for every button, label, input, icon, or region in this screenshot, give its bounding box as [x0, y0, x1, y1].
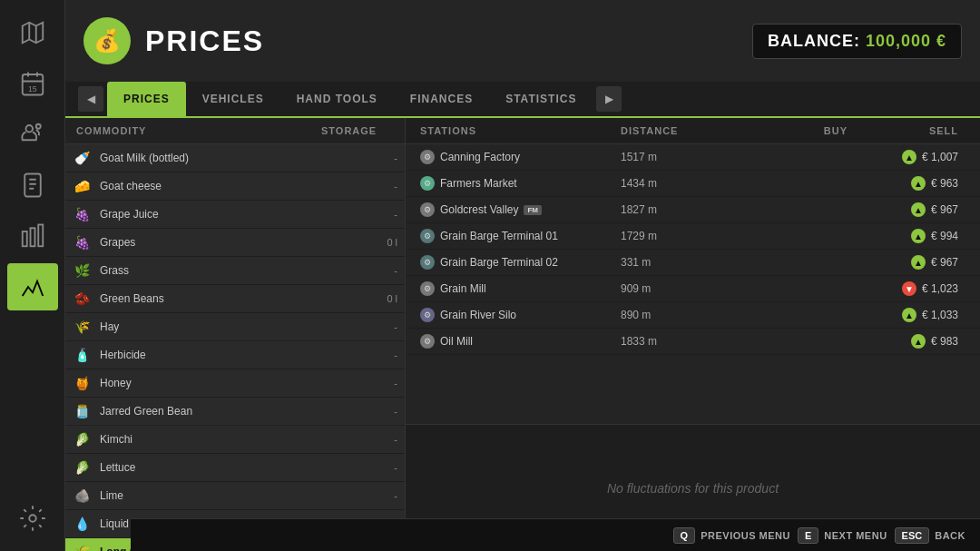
stations-list[interactable]: ⚙ Canning Factory 1517 m ▲ € 1,007 ⚙ Far…	[406, 144, 980, 424]
commodity-name: Goat cheese	[100, 180, 338, 192]
station-name: ⚙ Oil Mill	[420, 334, 621, 349]
sell-badge: ▲	[911, 334, 926, 349]
station-distance: 890 m	[621, 309, 748, 321]
commodity-icon: 🥬	[73, 458, 91, 477]
col-distance-label: DISTANCE	[621, 125, 748, 136]
content-area: COMMODITY STORAGE 🍼 Goat Milk (bottled) …	[65, 118, 980, 551]
sidebar: 15	[0, 0, 65, 551]
commodity-row[interactable]: 🥬 Kimchi -	[65, 426, 405, 454]
station-name: ⚙ Grain Barge Terminal 01	[420, 229, 621, 243]
station-icon: ⚙	[420, 202, 435, 217]
commodity-icon: 💧	[73, 515, 91, 533]
esc-key: ESC	[895, 527, 930, 544]
commodity-name: Jarred Green Bean	[100, 405, 338, 418]
col-buy-label: BUY	[748, 125, 857, 136]
commodity-row[interactable]: 🫙 Jarred Green Bean -	[65, 398, 405, 426]
commodity-icon: 🧴	[73, 346, 91, 364]
sidebar-item-settings[interactable]	[7, 495, 58, 542]
commodity-icon: 🥬	[73, 430, 91, 448]
commodity-storage: -	[343, 349, 397, 360]
sell-badge: ▲	[911, 229, 926, 243]
commodity-name: Kimchi	[100, 433, 338, 446]
svg-rect-4	[24, 174, 41, 197]
svg-point-3	[35, 124, 40, 129]
commodity-storage: -	[343, 153, 397, 163]
commodity-icon: 🌿	[73, 261, 91, 280]
bottom-bar: Q PREVIOUS MENU E NEXT MENU ESC BACK	[131, 518, 980, 551]
station-row[interactable]: ⚙ Canning Factory 1517 m ▲ € 1,007	[406, 144, 980, 171]
station-icon: ⚙	[420, 176, 435, 191]
commodity-row[interactable]: 🍼 Goat Milk (bottled) -	[65, 144, 405, 172]
sidebar-item-production[interactable]	[7, 212, 58, 260]
station-distance: 1827 m	[621, 203, 748, 216]
nav-prev-arrow[interactable]: ◀	[78, 86, 103, 112]
sidebar-item-contracts[interactable]	[7, 162, 58, 209]
commodity-row[interactable]: 🧀 Goat cheese -	[65, 172, 405, 201]
commodity-storage: -	[343, 209, 397, 220]
commodity-storage: -	[343, 378, 397, 389]
commodity-name: Grass	[100, 264, 338, 277]
station-row[interactable]: ⚙ Farmers Market 1434 m ▲ € 963	[406, 171, 980, 197]
commodity-icon: 🍼	[73, 149, 91, 167]
station-row[interactable]: ⚙ Grain Mill 909 m ▼ € 1,023	[406, 276, 980, 302]
commodity-storage: -	[343, 462, 397, 473]
svg-text:15: 15	[28, 84, 37, 93]
station-icon: ⚙	[420, 308, 435, 322]
commodity-row[interactable]: 🍯 Honey -	[65, 369, 405, 398]
station-row[interactable]: ⚙ Goldcrest ValleyFM 1827 m ▲ € 967	[406, 197, 980, 223]
station-distance: 1517 m	[621, 151, 748, 163]
tab-vehicles[interactable]: VEHICLES	[186, 82, 280, 116]
station-sell: ▲ € 994	[857, 229, 965, 243]
tab-prices[interactable]: PRICES	[107, 82, 186, 116]
commodity-icon: 🍇	[73, 233, 91, 251]
station-row[interactable]: ⚙ Oil Mill 1833 m ▲ € 983	[406, 329, 980, 355]
commodity-storage: -	[343, 321, 397, 332]
sidebar-item-animals[interactable]	[7, 111, 58, 158]
tab-finances[interactable]: FINANCES	[394, 82, 489, 116]
commodity-row[interactable]: 🍇 Grapes 0 l	[65, 229, 405, 257]
right-panel: STATIONS DISTANCE BUY SELL ⚙ Canning Fac…	[406, 118, 980, 551]
station-row[interactable]: ⚙ Grain River Silo 890 m ▲ € 1,033	[406, 302, 980, 329]
station-sell: ▲ € 1,033	[857, 308, 965, 322]
station-name: ⚙ Grain Barge Terminal 02	[420, 255, 621, 270]
station-row[interactable]: ⚙ Grain Barge Terminal 02 331 m ▲ € 967	[406, 250, 980, 276]
commodity-row[interactable]: 🪨 Lime -	[65, 482, 405, 510]
commodity-panel: COMMODITY STORAGE 🍼 Goat Milk (bottled) …	[65, 118, 406, 551]
previous-menu-btn[interactable]: Q PREVIOUS MENU	[673, 527, 790, 544]
commodity-icon: 🍯	[73, 374, 91, 392]
col-storage-label: STORAGE	[321, 125, 394, 136]
nav-tabs: ◀ PRICES VEHICLES HAND TOOLS FINANCES ST…	[65, 82, 980, 118]
col-sell-label: SELL	[857, 125, 965, 136]
next-menu-btn[interactable]: E NEXT MENU	[798, 527, 887, 544]
station-sell: ▲ € 967	[857, 202, 965, 217]
commodity-row[interactable]: 🫘 Green Beans 0 l	[65, 285, 405, 313]
sidebar-item-map[interactable]	[7, 9, 58, 56]
sidebar-item-statistics[interactable]	[7, 263, 58, 310]
station-icon: ⚙	[420, 150, 435, 164]
commodity-name: Grape Juice	[100, 208, 338, 221]
header: 💰 PRICES BALANCE: 100,000 €	[65, 0, 980, 82]
sell-badge: ▲	[902, 308, 916, 322]
commodity-row[interactable]: 🌾 Hay -	[65, 313, 405, 341]
svg-point-8	[29, 515, 36, 522]
station-badge: FM	[524, 205, 542, 215]
nav-next-arrow[interactable]: ▶	[596, 86, 622, 112]
main-content: 💰 PRICES BALANCE: 100,000 € ◀ PRICES VEH…	[65, 0, 980, 551]
commodity-name: Green Beans	[100, 292, 338, 305]
svg-rect-6	[30, 228, 34, 246]
tab-hand-tools[interactable]: HAND TOOLS	[280, 82, 394, 116]
back-btn[interactable]: ESC BACK	[895, 527, 965, 544]
commodity-list[interactable]: 🍼 Goat Milk (bottled) - 🧀 Goat cheese - …	[65, 144, 405, 551]
commodity-row[interactable]: 🧴 Herbicide -	[65, 341, 405, 369]
commodity-row[interactable]: 🌿 Grass -	[65, 257, 405, 285]
station-row[interactable]: ⚙ Grain Barge Terminal 01 1729 m ▲ € 994	[406, 223, 980, 250]
station-sell: ▲ € 983	[857, 334, 965, 349]
commodity-row[interactable]: 🥬 Lettuce -	[65, 454, 405, 482]
station-sell: ▼ € 1,023	[857, 281, 965, 296]
tab-statistics[interactable]: STATISTICS	[489, 82, 593, 116]
sidebar-item-calendar[interactable]: 15	[7, 60, 58, 107]
fluctuation-text: No fluctuations for this product	[607, 481, 779, 496]
station-icon: ⚙	[420, 229, 435, 243]
station-distance: 1729 m	[621, 230, 748, 242]
commodity-row[interactable]: 🍇 Grape Juice -	[65, 201, 405, 229]
